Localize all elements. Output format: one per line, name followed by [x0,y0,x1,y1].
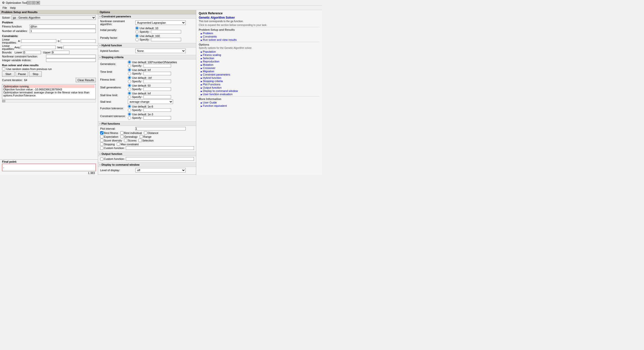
quick-ref-link-display[interactable]: Display to command window [199,89,319,92]
constraint-tol-specify-input[interactable] [143,116,171,120]
stall-gen-default-radio[interactable] [128,84,131,87]
pause-button[interactable]: Pause [16,71,28,77]
plot-cb-stopping[interactable]: Stopping [100,143,115,146]
hybrid-function-header[interactable]: ▪ Hybrid function [98,43,196,48]
plot-cb-genealogy[interactable]: Genealogy [120,135,137,138]
plot-custom-cb[interactable]: Custom function: [100,147,125,150]
penalty-factor-specify-radio[interactable] [135,38,139,41]
penalty-factor-default-radio[interactable] [135,34,139,38]
time-limit-specify-input[interactable] [143,72,171,75]
stall-time-specify-input[interactable] [143,95,171,99]
quick-ref-solver[interactable]: Genetic Algorithm Solver [199,16,319,19]
plot-cb-score-diversity[interactable]: Score diversity [100,139,122,142]
generations-default-radio[interactable] [128,60,131,64]
func-tol-default-radio[interactable] [128,105,131,108]
nonlinear-algo-dropdown[interactable]: Augmented Lagrangian [135,20,186,25]
time-limit-default-radio[interactable] [128,68,131,72]
integer-input[interactable] [46,58,96,62]
generations-specify-radio[interactable] [128,64,131,67]
solver-dropdown[interactable]: ga - Genetic Algorithm [12,15,96,20]
quick-ref-link-function-equiv[interactable]: Function equivalent [199,104,319,107]
stall-gen-specify-input[interactable] [143,87,171,91]
quick-ref-link-plot-functions[interactable]: Plot Functions [199,83,319,86]
user-function-header[interactable]: ▪ User function evaluation [98,174,196,175]
display-level-dropdown[interactable]: off [135,168,186,172]
func-tol-specify-radio[interactable] [128,109,131,112]
display-header[interactable]: ▪ Display to command window [98,163,196,167]
hybrid-function-collapse-icon: ▪ [100,44,101,47]
generations-specify-input[interactable] [143,64,171,67]
hybrid-dropdown[interactable]: None [135,49,186,53]
fitness-limit-specify-radio[interactable] [128,80,131,83]
menu-help[interactable]: Help [9,6,17,10]
constraint-tol-specify-radio[interactable] [128,116,131,120]
quick-ref-link-fitness-scaling[interactable]: Fitness scaling [199,53,319,56]
random-states-checkbox[interactable] [2,67,5,71]
plot-cb-best-fitness[interactable]: Best fitness [100,131,118,134]
plot-functions-header[interactable]: ▪ Plot functions [98,122,196,126]
lower-bound-input[interactable] [23,51,41,54]
stop-button[interactable]: Stop [29,71,42,77]
plot-cb-expectation[interactable]: Expectation [100,135,118,138]
close-button[interactable]: ✕ [36,1,40,5]
initial-penalty-default-radio[interactable] [135,26,139,30]
quick-ref-link-mutation[interactable]: Mutation [199,63,319,66]
clear-results-button[interactable]: Clear Results [76,78,96,82]
quick-ref-link-hybrid-function[interactable]: Hybrid function [199,76,319,79]
start-button[interactable]: Start [2,71,15,77]
quick-ref-link-problem[interactable]: Problem [199,32,319,35]
output-function-header[interactable]: ▪ Output function [98,152,196,156]
plot-custom-input[interactable] [126,146,194,150]
plot-interval-input[interactable] [135,127,186,130]
stall-time-default-radio[interactable] [128,92,131,95]
quick-ref-link-constraint-params[interactable]: Constraint parameters [199,73,319,76]
initial-penalty-specify-input[interactable] [151,30,181,33]
quick-ref-link-migration[interactable]: Migration [199,70,319,73]
quick-ref-link-output-function[interactable]: Output function [199,86,319,89]
quick-ref-link-stopping-criteria[interactable]: Stopping criteria [199,80,319,83]
quick-ref-link-run-solver[interactable]: Run solver and view results [199,38,319,41]
linear-eq-beq-input[interactable] [63,46,98,49]
menu-file[interactable]: File [1,6,9,10]
quick-ref-link-crossover[interactable]: Crossover [199,66,319,69]
fitness-input[interactable] [30,24,96,28]
plot-cb-max-constraint[interactable]: Max constraint [117,143,139,146]
penalty-factor-specify-input[interactable] [151,38,181,41]
quick-ref-link-user-function[interactable]: User function evaluation [199,93,319,96]
fitness-limit-default-radio[interactable] [128,76,131,79]
func-tol-specify-input[interactable] [143,108,171,112]
constraint-tol-default-radio[interactable] [128,113,131,116]
stopping-criteria-header[interactable]: ▪ Stopping criteria [98,55,196,59]
output-custom-cb[interactable]: Custom function: [100,157,125,161]
minimize-button[interactable]: ─ [27,1,31,5]
time-limit-default-row: Use default: Inf [128,68,171,72]
output-custom-input[interactable] [126,157,194,161]
nonlinear-input[interactable] [46,55,96,58]
stall-gen-specify-radio[interactable] [128,88,131,91]
upper-bound-input[interactable] [52,51,69,54]
plot-cb-distance[interactable]: Distance [144,131,158,134]
quick-ref-options-desc: Specify options for the Genetic Algorith… [199,47,319,49]
stall-test-dropdown[interactable]: average change [128,99,173,104]
output-line-2: Objective function value: -10.9692366139… [3,88,95,91]
plot-cb-best-individual[interactable]: Best individual [120,131,142,134]
initial-penalty-specify-radio[interactable] [135,30,139,33]
numvars-input[interactable] [30,29,96,33]
linear-ineq-b-input[interactable] [61,39,96,43]
plot-cb-range[interactable]: Range [140,135,151,138]
quick-ref-link-selection[interactable]: Selection [199,57,319,60]
plot-cb-scores[interactable]: Scores [124,139,136,142]
quick-ref-link-user-guide[interactable]: User Guide [199,101,319,104]
maximize-button[interactable]: □ [31,1,35,5]
linear-eq-aeq-input[interactable] [21,46,56,49]
linear-ineq-a-input[interactable] [21,39,56,43]
output-scrollbar-h[interactable] [2,100,96,102]
quick-ref-link-constraints[interactable]: Constraints [199,35,319,38]
constraint-params-header[interactable]: ▪ Constraint parameters [98,14,196,19]
stall-time-specify-radio[interactable] [128,95,131,99]
time-limit-specify-radio[interactable] [128,72,131,75]
plot-cb-selection[interactable]: Selection [138,139,153,142]
fitness-limit-specify-input[interactable] [143,80,171,83]
quick-ref-link-population[interactable]: Population [199,50,319,53]
quick-ref-link-reproduction[interactable]: Reproduction [199,60,319,63]
